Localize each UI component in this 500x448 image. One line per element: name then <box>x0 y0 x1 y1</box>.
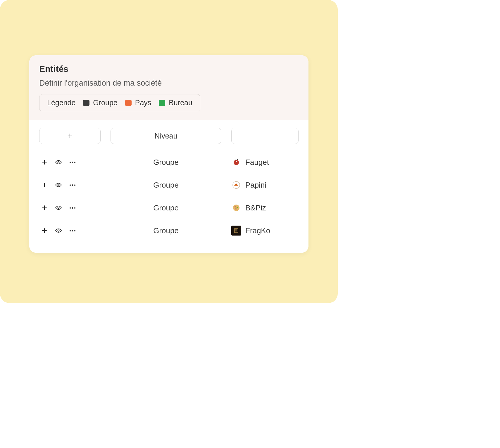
rows-container: Groupe Fauget <box>39 152 299 241</box>
level-cell: Groupe <box>111 226 221 235</box>
entity-cell[interactable]: B&Piz <box>231 203 299 213</box>
svg-point-1 <box>234 160 239 165</box>
add-icon[interactable] <box>41 227 48 234</box>
legend-item-pays: Pays <box>125 98 151 107</box>
add-column-header[interactable]: + <box>39 128 101 144</box>
entity-column-header[interactable] <box>231 128 299 144</box>
row-actions <box>39 227 101 234</box>
table-row: Groupe FragKo <box>39 220 299 241</box>
level-cell: Groupe <box>111 158 221 167</box>
table-row: Groupe B&Piz <box>39 197 299 218</box>
entity-name: FragKo <box>245 226 270 235</box>
svg-rect-11 <box>233 227 240 234</box>
level-cell: Groupe <box>111 181 221 190</box>
entity-name: B&Piz <box>245 203 266 212</box>
swatch-groupe <box>83 100 89 106</box>
entity-logo <box>231 180 241 190</box>
legend-item-groupe: Groupe <box>83 98 117 107</box>
legend-text-pays: Pays <box>135 98 151 107</box>
column-header-row: + Niveau <box>39 128 299 144</box>
svg-point-3 <box>58 184 59 186</box>
row-actions <box>39 159 101 166</box>
card-header: Entités Définir l'organisation de ma soc… <box>29 55 308 120</box>
eye-icon[interactable] <box>55 181 62 188</box>
level-column-header[interactable]: Niveau <box>111 128 221 144</box>
more-icon[interactable] <box>69 181 76 188</box>
svg-point-5 <box>58 207 59 208</box>
page-subtitle: Définir l'organisation de ma société <box>39 79 299 88</box>
more-icon[interactable] <box>69 227 76 234</box>
entities-card: Entités Définir l'organisation de ma soc… <box>29 55 308 253</box>
table-row: Groupe Fauget <box>39 152 299 173</box>
svg-point-8 <box>237 207 238 208</box>
svg-point-10 <box>58 230 59 231</box>
add-icon[interactable] <box>41 204 48 211</box>
legend-text-bureau: Bureau <box>169 98 192 107</box>
svg-point-9 <box>235 208 237 210</box>
level-cell: Groupe <box>111 203 221 212</box>
card-body: + Niveau Groupe <box>29 120 308 253</box>
entity-cell[interactable]: Fauget <box>231 157 299 167</box>
swatch-pays <box>125 100 132 106</box>
page-title: Entités <box>39 64 299 74</box>
entity-logo <box>231 226 241 236</box>
add-icon[interactable] <box>41 181 48 188</box>
legend-item-bureau: Bureau <box>159 98 192 107</box>
svg-rect-2 <box>236 161 237 162</box>
entity-cell[interactable]: Papini <box>231 180 299 190</box>
entity-logo <box>231 157 241 167</box>
stage-background: Entités Définir l'organisation de ma soc… <box>0 0 338 303</box>
entity-name: Fauget <box>245 158 269 167</box>
legend-label: Légende <box>47 98 75 107</box>
legend-box: Légende Groupe Pays Bureau <box>39 94 200 111</box>
eye-icon[interactable] <box>55 159 62 166</box>
svg-point-7 <box>235 206 236 207</box>
eye-icon[interactable] <box>55 204 62 211</box>
swatch-bureau <box>159 100 165 106</box>
legend-text-groupe: Groupe <box>93 98 117 107</box>
entity-cell[interactable]: FragKo <box>231 226 299 236</box>
svg-point-6 <box>233 205 239 211</box>
svg-point-0 <box>58 161 59 163</box>
more-icon[interactable] <box>69 204 76 211</box>
table-row: Groupe Papini <box>39 174 299 196</box>
add-icon[interactable] <box>41 159 48 166</box>
row-actions <box>39 181 101 188</box>
row-actions <box>39 204 101 211</box>
more-icon[interactable] <box>69 159 76 166</box>
entity-name: Papini <box>245 181 266 190</box>
eye-icon[interactable] <box>55 227 62 234</box>
entity-logo <box>231 203 241 213</box>
